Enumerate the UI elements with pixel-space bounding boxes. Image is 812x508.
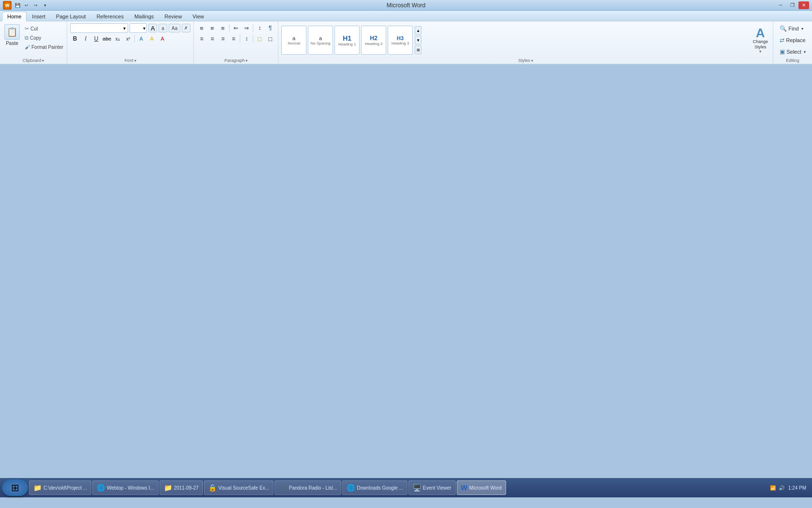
close-button[interactable]: ✕ (798, 1, 809, 9)
start-logo-icon: ⊞ (11, 482, 19, 493)
style-heading2[interactable]: H2 Heading 2 (361, 26, 386, 55)
tab-references[interactable]: References (91, 11, 129, 21)
text-effects-button[interactable]: A (136, 34, 146, 44)
styles-scroll-up[interactable]: ▲ (415, 26, 421, 35)
paste-button[interactable]: 📋 Paste (2, 23, 22, 47)
minimize-button[interactable]: ─ (775, 1, 786, 9)
format-painter-icon: 🖌 (25, 44, 30, 50)
find-button[interactable]: 🔍 Find ▾ (777, 23, 806, 34)
cut-label: Cut (30, 26, 38, 31)
numbering-button[interactable]: ≡ (207, 23, 217, 33)
redo-quick-button[interactable]: ↪ (32, 1, 40, 9)
undo-quick-button[interactable]: ↩ (23, 1, 30, 9)
taskbar-webtop-icon: 🌐 (97, 484, 105, 492)
ribbon-content: 📋 Paste ✂ Cut ⧉ Copy 🖌 Format Painter C (0, 21, 812, 65)
tab-insert[interactable]: Insert (27, 11, 51, 21)
para-sep3 (240, 35, 240, 43)
paste-icon: 📋 (4, 24, 20, 40)
shading-button[interactable]: □ (255, 34, 264, 44)
italic-button[interactable]: I (81, 34, 90, 44)
restore-button[interactable]: ❐ (787, 1, 798, 9)
taskbar-item-webtop[interactable]: 🌐 Webtop - Windows I... (92, 480, 159, 495)
select-button[interactable]: ▣ Select ▾ (777, 46, 809, 57)
font-color-button[interactable]: A (158, 34, 167, 44)
strikethrough-button[interactable]: abc (102, 34, 112, 44)
clear-formatting-button[interactable]: ✗ (182, 24, 190, 32)
styles-scroll-down[interactable]: ▼ (415, 36, 421, 45)
copy-button[interactable]: ⧉ Copy (23, 33, 65, 42)
multilevel-list-button[interactable]: ≡ (218, 23, 228, 33)
borders-button[interactable]: □ (265, 34, 275, 44)
text-highlight-button[interactable]: A (147, 34, 157, 44)
system-tray: 📶 🔊 (770, 485, 784, 491)
font-name-selector[interactable]: ▾ (70, 23, 128, 33)
align-center-button[interactable]: ≡ (207, 34, 217, 44)
line-spacing-button[interactable]: ↕ (242, 34, 251, 44)
bullets-button[interactable]: ≡ (197, 23, 206, 33)
copy-icon: ⧉ (25, 35, 29, 41)
tab-mailings[interactable]: Mailings (129, 11, 159, 21)
style-normal[interactable]: a Normal (281, 26, 306, 55)
align-left-button[interactable]: ≡ (197, 34, 206, 44)
taskbar: ⊞ 📁 C:\dev\old\Project ... 🌐 Webtop - Wi… (0, 478, 812, 497)
taskbar-item-eventviewer[interactable]: 🖥️ Event Viewer (408, 480, 456, 495)
volume-icon: 🔊 (779, 485, 784, 491)
sort-button[interactable]: ↕ (255, 23, 264, 33)
align-right-button[interactable]: ≡ (218, 34, 228, 44)
style-heading1[interactable]: H1 Heading 1 (334, 26, 360, 55)
office-logo-icon[interactable]: W (3, 1, 12, 10)
show-marks-button[interactable]: ¶ (265, 23, 275, 33)
change-case-button[interactable]: Aa (169, 24, 180, 32)
taskbar-item-downloads[interactable]: 🌐 Downloads Google ... (342, 480, 407, 495)
style-no-spacing[interactable]: a No Spacing (308, 26, 333, 55)
change-styles-button[interactable]: A ChangeStyles ▾ (751, 25, 770, 56)
taskbar-explorer-label: C:\dev\old\Project ... (44, 485, 87, 491)
justify-button[interactable]: ≡ (229, 34, 238, 44)
taskbar-item-explorer[interactable]: 📁 C:\dev\old\Project ... (29, 480, 91, 495)
title-bar-left: W 💾 ↩ ↪ ▾ (3, 1, 49, 10)
font-expand-icon[interactable]: ▾ (134, 59, 136, 63)
tab-review[interactable]: Review (159, 11, 187, 21)
font-grow-button[interactable]: A (148, 24, 157, 32)
replace-button[interactable]: ⇄ Replace (777, 35, 808, 45)
save-quick-button[interactable]: 💾 (14, 1, 21, 9)
taskbar-item-word[interactable]: W Microsoft Word (457, 480, 506, 495)
taskbar-item-sourcesafe[interactable]: 🔒 Visual SourceSafe Ex... (204, 480, 274, 495)
taskbar-item-folder[interactable]: 📁 2011-09-27 (160, 480, 203, 495)
change-styles-label: ChangeStyles (753, 39, 768, 50)
font-separator (134, 35, 135, 43)
styles-gallery-expand[interactable]: ⊞ (415, 45, 421, 54)
para-sep4 (253, 35, 253, 43)
paragraph-expand-icon[interactable]: ▾ (246, 59, 247, 63)
clipboard-group: 📋 Paste ✂ Cut ⧉ Copy 🖌 Format Painter C (0, 21, 67, 64)
taskbar-right: 📶 🔊 1:24 PM (766, 485, 810, 491)
select-label: Select (786, 49, 801, 55)
style-heading3[interactable]: H3 Heading 3 (388, 26, 413, 55)
font-size-selector[interactable]: ▾ (130, 23, 147, 33)
bold-button[interactable]: B (70, 34, 80, 44)
format-painter-button[interactable]: 🖌 Format Painter (23, 43, 65, 51)
styles-group-label: Styles ▾ (281, 57, 770, 63)
tab-view[interactable]: View (187, 11, 209, 21)
tab-home[interactable]: Home (2, 12, 27, 21)
decrease-indent-button[interactable]: ⇐ (231, 23, 241, 33)
cut-button[interactable]: ✂ Cut (23, 24, 65, 33)
cut-icon: ✂ (25, 26, 29, 32)
styles-expand-icon[interactable]: ▾ (531, 59, 533, 63)
increase-indent-button[interactable]: ⇒ (242, 23, 251, 33)
clipboard-side: ✂ Cut ⧉ Copy 🖌 Format Painter (23, 23, 65, 51)
tab-page-layout[interactable]: Page Layout (51, 11, 91, 21)
taskbar-item-pandora[interactable]: 🎵 Pandora Radio - List... (275, 480, 342, 495)
change-styles-icon: A (756, 27, 765, 39)
start-button[interactable]: ⊞ (2, 479, 28, 496)
font-shrink-button[interactable]: a (159, 24, 167, 32)
subscript-button[interactable]: x₂ (113, 34, 122, 44)
document-area[interactable] (0, 65, 812, 468)
quick-access-dropdown[interactable]: ▾ (41, 1, 49, 9)
clipboard-expand-icon[interactable]: ▾ (42, 59, 44, 63)
replace-label: Replace (786, 37, 805, 43)
font-group-content: ▾ ▾ A a Aa ✗ B I U abc x₂ (70, 23, 190, 44)
taskbar-folder-label: 2011-09-27 (174, 485, 199, 491)
underline-button[interactable]: U (91, 34, 101, 44)
superscript-button[interactable]: x² (123, 34, 133, 44)
